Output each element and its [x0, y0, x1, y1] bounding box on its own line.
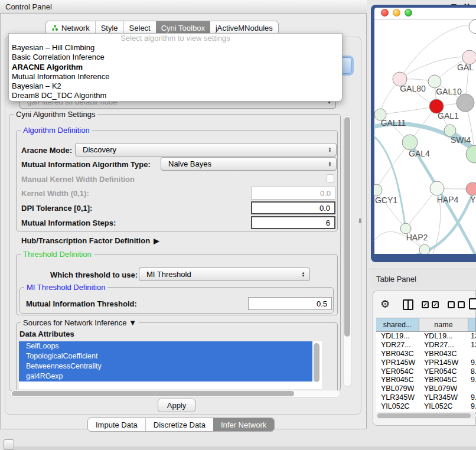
tab-cyni-toolbox[interactable]: Cyni Toolbox — [156, 21, 210, 34]
menu-item[interactable]: Bayesian – Hill Climbing — [9, 43, 342, 53]
select-all-checkbox-icon[interactable]: ✓ — [422, 301, 429, 308]
table-cell: YPR145W — [376, 358, 419, 367]
window-close-traffic-light[interactable] — [381, 9, 389, 17]
window-minimize-traffic-light[interactable] — [393, 9, 400, 17]
network-node-y[interactable] — [466, 182, 476, 195]
table-cell: YDR27... — [419, 341, 468, 350]
control-panel-titlebar[interactable]: Control Panel — [0, 0, 367, 14]
algorithm-menu-prompt: Select algorithm to view settings — [9, 34, 342, 43]
tab-discretize-data[interactable]: Discretize Data — [145, 418, 213, 431]
table-cell: YLR345W — [376, 393, 419, 402]
network-node[interactable] — [466, 145, 476, 163]
table-cell: YBR043C — [376, 350, 419, 358]
mi-algorithm-type-combo[interactable]: Naive Bayes ▲▼ — [161, 157, 337, 171]
aracne-mode-label: Aracne Mode: — [21, 146, 72, 155]
attribute-item[interactable]: TopologicalCoefficient — [19, 351, 312, 361]
table-cell: YDL19... — [419, 332, 468, 341]
menu-item[interactable]: ARACNE Algorithm — [9, 63, 342, 72]
table-row[interactable]: YDL19...YDL19...13 — [376, 332, 476, 341]
table-row[interactable]: YBR043CYBR043C — [376, 350, 476, 358]
mi-steps-field[interactable]: 6 — [251, 216, 335, 229]
table-cell: YBR043C — [419, 350, 468, 358]
table-cell: YIL052C — [419, 402, 468, 411]
dock-panel-button[interactable] — [4, 439, 14, 450]
sources-title[interactable]: Sources for Network Inference ▼ — [21, 318, 139, 327]
tab-infer-network[interactable]: Infer Network — [213, 418, 274, 431]
combo-arrows-icon: ▲▼ — [326, 159, 334, 169]
columns-icon[interactable] — [403, 299, 413, 310]
network-node[interactable] — [469, 19, 476, 34]
network-node-gal4[interactable] — [402, 135, 418, 150]
table-row[interactable]: YDR27...YDR27...12 — [376, 341, 476, 350]
table-cell: 13 — [468, 332, 476, 341]
sources-expanded-arrow-icon: ▼ — [129, 318, 136, 327]
network-node-swi4[interactable] — [444, 125, 456, 136]
table-row[interactable]: YIL052CYIL052C9. — [376, 402, 476, 411]
mi-threshold-field[interactable]: 0.5 — [248, 297, 332, 310]
network-node[interactable] — [419, 244, 430, 254]
kernel-width-label: Kernel Width (0,1): — [21, 189, 89, 198]
column-header[interactable]: name — [419, 318, 468, 331]
dpi-tolerance-label: DPI Tolerance [0,1]: — [21, 204, 92, 213]
table-cell: 12 — [468, 341, 476, 350]
table-header-row: shared...name — [376, 318, 476, 332]
kernel-width-field[interactable]: 0.0 — [251, 187, 335, 200]
network-node-hap4[interactable] — [430, 181, 444, 195]
menu-item[interactable]: Mutual Information Inference — [9, 72, 342, 81]
attribute-item[interactable]: gal4RGexp — [19, 371, 312, 381]
tab-network[interactable]: Network — [46, 21, 95, 34]
tab-impute-data[interactable]: Impute Data — [88, 418, 145, 431]
node-label: HAP2 — [406, 233, 428, 242]
aracne-mode-combo[interactable]: Discovery ▲▼ — [75, 143, 337, 156]
mi-algorithm-type-label: Mutual Information Algorithm Type: — [21, 160, 151, 169]
node-label: GAL4 — [409, 149, 430, 158]
table-cell: YLR345W — [419, 393, 468, 402]
cyni-algorithm-settings-title: Cyni Algorithm Settings — [14, 110, 97, 119]
table-horizontal-scrollbar[interactable] — [376, 412, 476, 419]
hub-definition-expander[interactable]: Hub/Transcription Factor Definition▶ — [21, 236, 159, 245]
table-settings-gear-icon[interactable]: ⚙ — [380, 298, 390, 311]
select-all-checkbox-icon[interactable]: ✓ — [432, 301, 439, 308]
node-label: GAL — [457, 63, 474, 72]
table-cell: YBL079W — [419, 384, 468, 393]
window-zoom-traffic-light[interactable] — [405, 9, 412, 17]
network-node-gcy1[interactable] — [374, 184, 382, 196]
table-row[interactable]: YBL079WYBL079W — [376, 384, 476, 393]
table-cell: YBR045C — [419, 376, 468, 384]
menu-item[interactable]: Basic Correlation Inference — [9, 53, 342, 62]
manual-kernel-width-checkbox[interactable] — [326, 174, 334, 182]
table-cell: YDL19... — [376, 332, 419, 341]
which-threshold-value: MI Threshold — [146, 270, 191, 279]
table-cell: 8. — [468, 367, 476, 376]
data-attributes-label: Data Attributes — [19, 330, 74, 338]
column-header[interactable] — [468, 318, 476, 331]
tab-jactivemnodules[interactable]: jActiveMNodules — [210, 21, 278, 34]
node-label: GAL1 — [438, 111, 459, 120]
deselect-checkbox-icon[interactable] — [448, 301, 455, 308]
dpi-tolerance-field[interactable]: 0.0 — [251, 201, 335, 214]
network-canvas[interactable]: GALGAL80GAL10GAL1GAL11SWI4GAL4GCY1HAP4YH… — [374, 19, 476, 254]
mi-steps-label: Mutual Information Steps: — [21, 219, 116, 227]
tab-style[interactable]: Style — [95, 21, 123, 34]
tab-select[interactable]: Select — [123, 21, 156, 34]
apply-button[interactable]: Apply — [158, 399, 195, 412]
menu-item[interactable]: Bayesian – K2 — [9, 81, 342, 91]
network-node-gal10[interactable] — [428, 75, 441, 88]
table-cell: 9. — [468, 393, 476, 402]
column-header[interactable]: shared... — [376, 318, 419, 331]
attributes-list-scrollbar[interactable] — [314, 343, 319, 382]
attribute-item[interactable]: BetweennessCentrality — [19, 361, 312, 371]
table-row[interactable]: YER054CYER054C8. — [376, 367, 476, 376]
table-row[interactable]: YPR145WYPR145W9. — [376, 358, 476, 367]
export-table-icon[interactable] — [469, 298, 476, 309]
table-row[interactable]: YLR345WYLR345W9. — [376, 393, 476, 402]
attribute-item[interactable]: SelfLoops — [19, 341, 312, 351]
deselect-checkbox-icon[interactable] — [458, 301, 465, 308]
panel-divider-grip[interactable] — [359, 219, 361, 223]
settings-horizontal-scrollbar[interactable] — [10, 390, 341, 397]
network-node[interactable] — [457, 94, 474, 112]
table-row[interactable]: YBR045CYBR045C9. — [376, 376, 476, 384]
which-threshold-combo[interactable]: MI Threshold ▲▼ — [139, 268, 310, 281]
settings-vertical-scrollbar[interactable] — [343, 115, 351, 387]
menu-item[interactable]: Dream8 DC_TDC Algorithm — [9, 91, 342, 100]
